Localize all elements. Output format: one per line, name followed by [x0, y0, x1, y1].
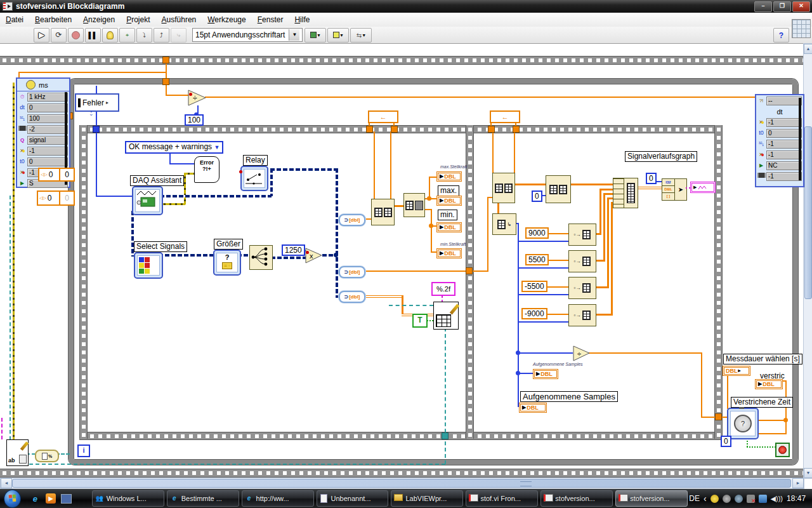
- highlight-execution-button[interactable]: [102, 28, 118, 43]
- numeric-constant[interactable]: -5500: [521, 281, 547, 292]
- dbl-indicator[interactable]: ▶DBL: [533, 369, 558, 379]
- format-string-constant[interactable]: %.2f: [431, 282, 455, 296]
- abort-button[interactable]: [68, 28, 84, 43]
- enum-constant[interactable]: OK message + warnings ▼: [125, 141, 223, 154]
- select-signals-express-vi[interactable]: [134, 252, 163, 279]
- menu-bearbeiten[interactable]: Bearbeiten: [29, 14, 77, 25]
- loop-iteration-terminal[interactable]: i: [77, 444, 90, 457]
- stop-condition-terminal[interactable]: [775, 443, 790, 457]
- numeric-constant[interactable]: 0: [721, 436, 731, 447]
- divide-node[interactable]: ÷: [188, 90, 207, 106]
- scroll-left-arrow[interactable]: ◄: [1, 478, 12, 488]
- convert-dynamic-data-node[interactable]: ⊃[dbl]: [339, 266, 365, 278]
- strip-path-node[interactable]: %: [35, 450, 59, 462]
- write-spreadsheet-file-node[interactable]: [433, 302, 459, 330]
- bundle-node[interactable]: I32 DBL [ ] ➤: [662, 178, 687, 201]
- step-into-button[interactable]: ⤵: [136, 28, 152, 43]
- menu-werkzeuge[interactable]: Werkzeuge: [202, 14, 251, 25]
- menu-datei[interactable]: Datei: [0, 14, 29, 25]
- cluster-scrollbar[interactable]: [799, 98, 801, 180]
- menu-fenster[interactable]: Fenster: [252, 14, 289, 25]
- taskbar-button-stof-front[interactable]: stof.vi Fron...: [466, 490, 538, 507]
- taskbar-button-folder[interactable]: LabVIEWpr...: [391, 490, 463, 507]
- cluster-value[interactable]: 0: [766, 129, 802, 138]
- align-objects-button[interactable]: ▼: [304, 28, 326, 43]
- close-button[interactable]: ✕: [792, 1, 810, 12]
- cluster-value[interactable]: -1: [766, 150, 802, 159]
- scroll-down-arrow[interactable]: ▼: [804, 468, 812, 478]
- font-selector[interactable]: 15pt Anwendungsschriftart ▼: [192, 28, 303, 42]
- run-continuous-button[interactable]: ⟳: [51, 28, 67, 43]
- numeric-constant[interactable]: 9000: [525, 227, 549, 239]
- distribute-objects-button[interactable]: ▼: [327, 28, 349, 43]
- language-indicator[interactable]: DE: [689, 494, 700, 503]
- minimize-button[interactable]: –: [754, 1, 772, 12]
- volume-tray-icon[interactable]: ◀))): [771, 495, 783, 503]
- taskbar-button-stofversion-block[interactable]: stofversion...: [615, 490, 688, 507]
- numeric-control[interactable]: ◁▷0: [37, 190, 61, 206]
- vertical-scrollbar[interactable]: ▲ ▼: [803, 43, 812, 479]
- taskbar-button-notepad[interactable]: Unbenannt...: [317, 490, 389, 507]
- taskbar-button-stofversion-front[interactable]: stofversion...: [540, 490, 613, 507]
- numeric-constant[interactable]: 100: [185, 114, 204, 126]
- elapsed-time-express-vi[interactable]: ?: [727, 408, 759, 439]
- fehler-ring-control[interactable]: Fehler ▸: [75, 93, 119, 112]
- reorder-button[interactable]: ⇆▼: [350, 28, 372, 43]
- menu-anzeigen[interactable]: Anzeigen: [77, 14, 121, 25]
- initialize-array-node[interactable]: ▫→: [568, 304, 596, 326]
- menu-hilfe[interactable]: Hilfe: [289, 14, 315, 25]
- numeric-constant[interactable]: -9000: [521, 308, 547, 319]
- messenger-tray-icon[interactable]: [723, 495, 731, 503]
- update-tray-icon[interactable]: [710, 495, 719, 503]
- cluster-value[interactable]: -1: [766, 118, 802, 127]
- step-over-button[interactable]: ⤴: [154, 28, 169, 43]
- tray-chevron-icon[interactable]: ‹: [704, 493, 707, 504]
- dbl-indicator[interactable]: ▶DBL: [436, 196, 462, 206]
- vi-icon-pane[interactable]: [792, 19, 811, 38]
- dbl-indicator[interactable]: ▶DBL: [436, 171, 462, 182]
- run-button[interactable]: ▶: [34, 28, 49, 43]
- initialize-array-node[interactable]: ▫→: [568, 277, 596, 299]
- build-array-node[interactable]: [371, 199, 395, 225]
- cluster-value[interactable]: -1: [766, 172, 802, 181]
- numeric-constant[interactable]: 5500: [525, 254, 549, 265]
- cluster-value[interactable]: -1: [27, 147, 68, 156]
- feedback-node[interactable]: ←: [368, 110, 398, 123]
- dbl-control[interactable]: DBL▸: [723, 366, 750, 376]
- cluster-value[interactable]: 0: [27, 104, 68, 112]
- simple-error-handler-node[interactable]: Error ?!+: [194, 156, 219, 183]
- cluster-value[interactable]: -1: [766, 140, 802, 149]
- cluster-value[interactable]: signal: [27, 136, 68, 145]
- groesser-express-vi[interactable]: ?= ◦: [213, 250, 241, 276]
- insert-into-array-node[interactable]: [492, 173, 515, 203]
- cluster-value[interactable]: 100: [27, 114, 68, 123]
- clock[interactable]: 18:47: [787, 494, 806, 503]
- pause-button[interactable]: ▌▌: [85, 28, 101, 43]
- merge-signals-node[interactable]: [249, 245, 273, 270]
- numeric-constant[interactable]: 0: [532, 190, 542, 202]
- retain-wire-values-button[interactable]: ⌖: [119, 28, 135, 43]
- cluster-value[interactable]: 1 kHz: [27, 93, 68, 102]
- context-help-button[interactable]: ?: [773, 28, 789, 43]
- horizontal-scrollbar[interactable]: ◄ ►: [0, 478, 804, 489]
- cluster-value[interactable]: -2: [27, 125, 68, 134]
- relay-express-vi[interactable]: [240, 166, 268, 191]
- feedback-node[interactable]: ←: [490, 110, 520, 123]
- quicklaunch-ie-icon[interactable]: e: [29, 492, 41, 505]
- convert-dynamic-data-node[interactable]: ⊃[dbl]: [339, 291, 365, 303]
- horizontal-scroll-thumb[interactable]: [12, 479, 791, 488]
- scroll-up-arrow[interactable]: ▲: [804, 44, 812, 54]
- start-button[interactable]: [4, 490, 21, 508]
- initialize-array-node[interactable]: ▫→: [568, 250, 596, 272]
- device-remove-tray-icon[interactable]: ✕: [747, 495, 755, 503]
- cluster-value[interactable]: --: [766, 97, 802, 105]
- numeric-control[interactable]: 0: [59, 168, 75, 182]
- dbl-indicator[interactable]: ▶DBL: [755, 379, 783, 389]
- dbl-indicator[interactable]: ▶DBL: [519, 403, 547, 413]
- array-size-node[interactable]: ↳: [492, 213, 516, 235]
- dbl-indicator[interactable]: ▶DBL: [436, 248, 462, 258]
- numeric-control[interactable]: ◁▷0: [38, 168, 61, 182]
- waveform-graph-terminal[interactable]: ▶: [690, 182, 716, 193]
- boolean-true-constant[interactable]: T: [412, 314, 428, 328]
- maximize-button[interactable]: ❐: [773, 1, 791, 12]
